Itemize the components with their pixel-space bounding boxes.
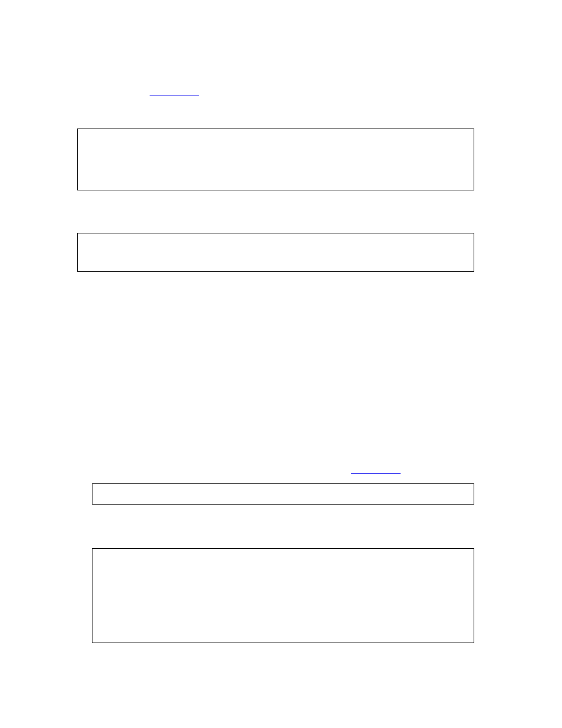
top-link[interactable] [150,87,199,95]
box-2 [77,233,474,272]
box-4 [92,548,474,643]
middle-link[interactable] [351,466,401,474]
box-1 [77,129,474,190]
box-3 [92,483,474,505]
